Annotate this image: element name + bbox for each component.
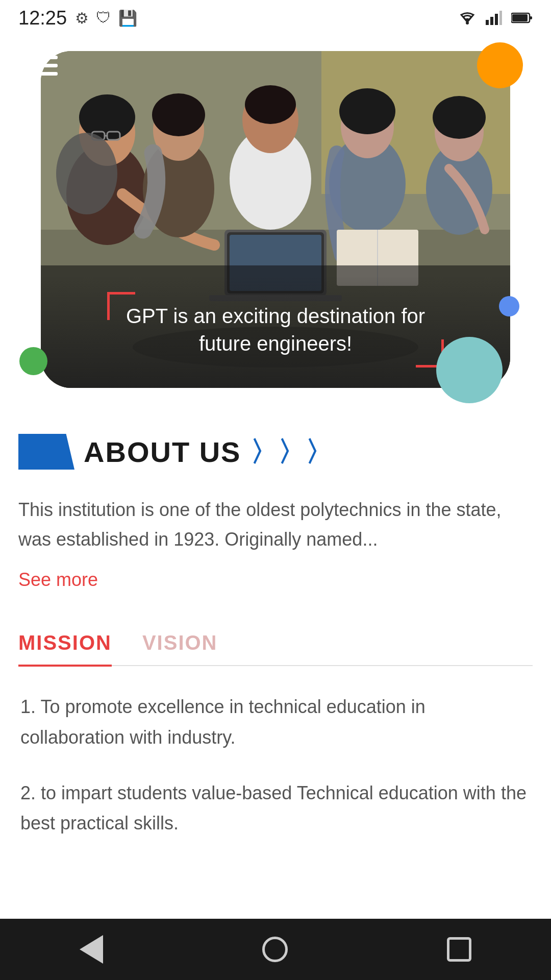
back-button[interactable] xyxy=(80,935,103,964)
about-chevrons: 〉 〉 〉 xyxy=(250,438,333,465)
svg-rect-2 xyxy=(490,17,493,25)
teal-circle-decoration xyxy=(436,337,503,403)
about-blue-bar xyxy=(18,434,74,470)
wifi-icon xyxy=(458,11,477,25)
svg-point-30 xyxy=(339,88,395,134)
status-icons: ⚙ 🛡 💾 xyxy=(75,9,137,27)
vision-tab[interactable]: VISION xyxy=(142,631,218,665)
svg-rect-4 xyxy=(499,11,502,25)
hamburger-line-3 xyxy=(28,72,58,76)
status-left: 12:25 ⚙ 🛡 💾 xyxy=(18,7,137,29)
back-icon xyxy=(80,935,103,964)
tabs-container: MISSION VISION xyxy=(18,631,533,666)
chevron-2: 〉 xyxy=(278,438,305,465)
bottom-nav xyxy=(0,919,551,980)
svg-rect-3 xyxy=(495,14,498,25)
svg-point-20 xyxy=(152,93,205,136)
green-circle-decoration xyxy=(19,347,47,375)
mission-tab[interactable]: MISSION xyxy=(18,631,112,667)
hero-wrapper: GPT is an exciting destination for futur… xyxy=(0,0,551,388)
svg-point-0 xyxy=(466,21,469,24)
mission-content: 1. To promote excellence in technical ed… xyxy=(18,692,533,839)
about-title: ABOUT US xyxy=(84,435,241,469)
svg-rect-6 xyxy=(530,16,532,19)
hero-image-bg: GPT is an exciting destination for futur… xyxy=(41,51,510,388)
svg-rect-7 xyxy=(512,14,528,21)
svg-point-35 xyxy=(433,96,486,139)
orange-circle-decoration xyxy=(477,42,523,88)
shield-icon: 🛡 xyxy=(96,9,111,27)
svg-point-23 xyxy=(245,85,296,124)
svg-point-17 xyxy=(56,133,117,214)
about-header: ABOUT US 〉 〉 〉 xyxy=(18,434,533,470)
battery-icon xyxy=(511,12,533,24)
chevron-3: 〉 xyxy=(305,438,333,465)
recents-icon xyxy=(447,937,471,962)
signal-icon xyxy=(486,11,502,25)
hero-text-box: GPT is an exciting destination for futur… xyxy=(122,302,429,357)
hamburger-line-2 xyxy=(28,64,58,67)
status-time: 12:25 xyxy=(18,7,67,29)
mission-item-2: 2. to impart students value-based Techni… xyxy=(20,778,531,839)
status-right xyxy=(458,11,533,25)
hamburger-menu[interactable] xyxy=(28,51,58,80)
chevron-1: 〉 xyxy=(250,438,278,465)
about-section: ABOUT US 〉 〉 〉 This institution is one o… xyxy=(0,434,551,839)
recents-button[interactable] xyxy=(447,937,471,962)
status-bar: 12:25 ⚙ 🛡 💾 xyxy=(0,0,551,36)
hero-tagline: GPT is an exciting destination for futur… xyxy=(122,302,429,357)
blue-circle-decoration xyxy=(499,296,519,316)
home-icon xyxy=(262,937,288,962)
about-description: This institution is one of the oldest po… xyxy=(18,495,533,554)
settings-icon: ⚙ xyxy=(75,9,89,27)
svg-rect-1 xyxy=(486,20,489,25)
hero-image: GPT is an exciting destination for futur… xyxy=(41,51,510,388)
home-button[interactable] xyxy=(262,937,288,962)
mission-item-1: 1. To promote excellence in technical ed… xyxy=(20,692,531,752)
hamburger-line-1 xyxy=(28,56,58,59)
storage-icon: 💾 xyxy=(118,9,137,27)
see-more-link[interactable]: See more xyxy=(18,569,98,591)
